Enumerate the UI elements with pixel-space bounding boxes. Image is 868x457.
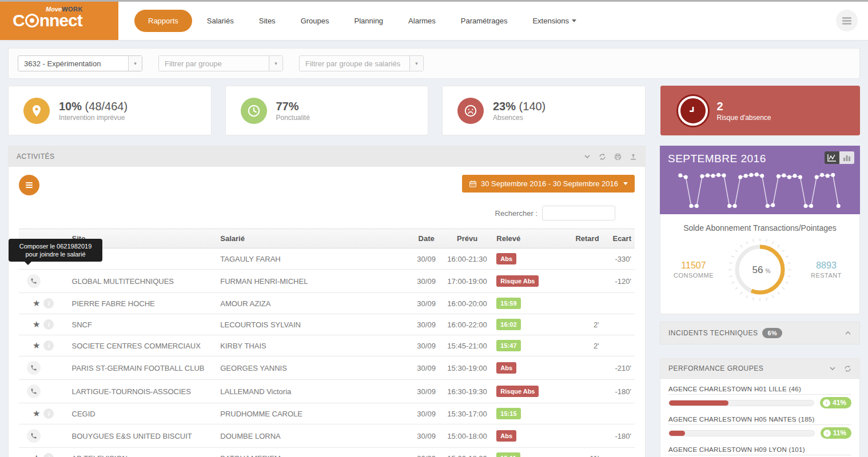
alert-clock-icon xyxy=(678,96,708,126)
star-icon[interactable]: ★ xyxy=(33,453,40,457)
table-row[interactable]: LARTIGUE-TOURNOIS-ASSOCIESLALLEMAND Vict… xyxy=(19,380,635,403)
phone-icon[interactable] xyxy=(27,274,41,288)
filter-select-3[interactable]: Filtrer par groupe de salariés▾ xyxy=(299,55,424,71)
prevu-cell: 15:45-21:00 xyxy=(441,335,493,356)
salarie-cell: GEORGES YANNIS xyxy=(217,356,411,380)
clock-icon xyxy=(241,98,267,124)
date-cell: 30/09 xyxy=(411,293,441,314)
date-cell: 30/09 xyxy=(411,270,441,293)
search-input[interactable] xyxy=(542,206,615,221)
col-date[interactable]: Date xyxy=(411,229,441,248)
chevron-up-icon[interactable] xyxy=(845,330,851,336)
info-icon[interactable]: i xyxy=(43,340,54,351)
phone-icon[interactable] xyxy=(27,384,41,398)
chevron-down-icon: ▾ xyxy=(269,56,282,71)
releve-cell: 16:02 xyxy=(493,314,556,335)
refresh-icon[interactable] xyxy=(844,365,851,372)
brand-logo-main: C nnect xyxy=(13,12,118,29)
date-cell: 30/09 xyxy=(411,356,441,380)
group-percent-badge[interactable]: ›41% xyxy=(820,397,851,408)
info-icon[interactable]: i xyxy=(43,319,54,330)
nav-item-planning[interactable]: Planning xyxy=(344,11,394,31)
col-salarie[interactable]: Salarié xyxy=(217,229,411,248)
bar-chart-toggle-icon[interactable] xyxy=(839,151,854,164)
prevu-cell: 17:00-19:00 xyxy=(441,270,493,293)
brand-logo[interactable]: MoveWORK C nnect xyxy=(0,2,118,40)
activities-panel: ACTIVITÉS 30 Septembre 2016 - 30 Septemb… xyxy=(8,146,646,457)
incidents-panel-header[interactable]: INCIDENTS TECHNIQUES 6% xyxy=(660,322,860,344)
nav-item-param-trages[interactable]: Paramétrages xyxy=(451,11,518,31)
nav-item-extensions[interactable]: Extensions xyxy=(522,11,587,31)
phone-icon[interactable] xyxy=(27,361,41,375)
releve-cell: Abs xyxy=(493,424,556,448)
activities-panel-header: ACTIVITÉS xyxy=(9,146,645,167)
retard-cell: 2' xyxy=(556,335,603,356)
performance-title: PERFORMANCE GROUPES xyxy=(668,364,763,372)
export-icon[interactable] xyxy=(630,153,637,161)
ecart-cell xyxy=(603,448,635,457)
kpi-label: Ponctualité xyxy=(276,114,310,122)
group-percent-badge[interactable]: ›11% xyxy=(821,427,851,439)
prevu-cell: 16:00-22:00 xyxy=(441,314,493,335)
col-retard[interactable]: Retard xyxy=(556,229,603,248)
table-row[interactable]: ★iSNCFLECOURTOIS SYLVAIN30/0916:00-22:00… xyxy=(19,314,635,335)
group-name[interactable]: AGENCE CHARLESTOWN H09 LYON (101) xyxy=(668,446,851,455)
restant-stat: 8893 RESTANT xyxy=(802,260,851,279)
refresh-icon[interactable] xyxy=(599,153,606,161)
nav-item-salari-s[interactable]: Salariés xyxy=(197,11,244,31)
info-icon[interactable]: i xyxy=(43,408,54,419)
col-ecart[interactable]: Ecart xyxy=(603,229,635,248)
line-chart-toggle-icon[interactable] xyxy=(825,151,839,164)
site-cell: CEGID xyxy=(69,403,217,424)
ecart-cell: -180' xyxy=(603,424,635,448)
group-name[interactable]: AGENCE CHARLESTOWN H05 NANTES (185) xyxy=(668,416,851,425)
table-row[interactable]: ★iCEGIDPRUDHOMME CAROLE30/0915:30-17:001… xyxy=(19,403,635,424)
table-row[interactable]: TAGAULY FARAH30/0916:00-21:30Abs-330' xyxy=(19,248,635,270)
star-icon[interactable]: ★ xyxy=(33,298,40,308)
nav-item-groupes[interactable]: Groupes xyxy=(290,11,340,31)
calendar-icon xyxy=(469,180,477,188)
collapse-chevron-icon[interactable] xyxy=(584,153,591,160)
kpi-risque-absence: 2 Risque d'absence xyxy=(660,86,861,135)
prevu-cell: 16:00-20:00 xyxy=(441,293,493,314)
releve-badge: Risque Abs xyxy=(496,386,539,397)
table-row[interactable]: PARIS ST-GERMAIN FOOTBALL CLUBGEORGES YA… xyxy=(19,356,635,380)
info-icon[interactable]: i xyxy=(43,453,54,457)
releve-badge: Abs xyxy=(496,362,516,374)
nav-item-alarmes[interactable]: Alarmes xyxy=(398,11,446,31)
table-row[interactable]: ★iAB TELEVISIONBATOUJ MERIEM30/0915:00-1… xyxy=(19,448,635,457)
releve-cell: 15:47 xyxy=(493,335,556,356)
filter-select-2[interactable]: Filtrer par groupe▾ xyxy=(158,55,283,71)
releve-cell: 15:11 xyxy=(493,448,556,457)
retard-cell xyxy=(556,270,603,293)
group-name[interactable]: AGENCE CHARLESTOWN H01 LILLE (46) xyxy=(668,386,851,395)
ecart-cell: -210' xyxy=(603,356,635,380)
nav-item-rapports[interactable]: Rapports xyxy=(134,10,192,32)
site-cell: SOCIETE CENTRES COMMERCIAUX xyxy=(69,335,217,356)
star-icon[interactable]: ★ xyxy=(33,319,40,330)
ecart-cell: -330' xyxy=(603,248,635,270)
col-prevu[interactable]: Prévu xyxy=(441,229,493,248)
info-icon[interactable]: i xyxy=(43,298,54,308)
filter-select-1[interactable]: 3632 - Expérimentation▾ xyxy=(18,55,142,71)
star-icon[interactable]: ★ xyxy=(33,408,40,419)
table-row[interactable]: ★iSOCIETE CENTRES COMMERCIAUXKIRBY THAIS… xyxy=(19,335,635,356)
performance-group: AGENCE CHARLESTOWN H01 LILLE (46)›41% xyxy=(668,386,851,408)
print-icon[interactable] xyxy=(614,153,622,161)
table-row[interactable]: GLOBAL MULTITECHNIQUESFURMAN HENRI-MICHE… xyxy=(19,270,635,293)
retard-cell xyxy=(556,356,603,380)
collapse-chevron-icon[interactable] xyxy=(829,365,836,372)
star-icon[interactable]: ★ xyxy=(33,340,40,351)
table-row[interactable]: ★iPIERRE FABRE HOCHEAMOUR AZIZA30/0916:0… xyxy=(19,293,635,314)
table-row[interactable]: BOUYGUES E&S UNITED BISCUITDOUMBE LORNA3… xyxy=(19,424,635,448)
date-range-button[interactable]: 30 Septembre 2016 - 30 Septembre 2016 xyxy=(462,175,635,193)
table-menu-button[interactable] xyxy=(19,175,39,195)
col-releve[interactable]: Relevé xyxy=(493,229,556,248)
menu-button[interactable] xyxy=(836,10,858,31)
salarie-cell: PRUDHOMME CAROLE xyxy=(217,403,411,424)
incidents-badge: 6% xyxy=(762,328,782,338)
phone-icon[interactable] xyxy=(27,429,41,443)
kpi-label: Risque d'absence xyxy=(717,114,771,122)
nav-item-sites[interactable]: Sites xyxy=(249,11,286,31)
releve-cell: Abs xyxy=(493,356,556,380)
